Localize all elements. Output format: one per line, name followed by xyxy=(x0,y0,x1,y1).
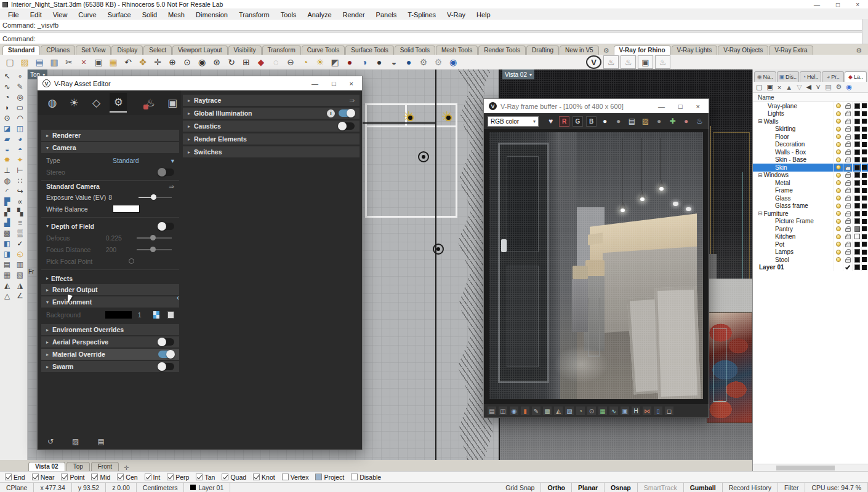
osnap-option[interactable]: Int xyxy=(145,474,161,481)
frame-buffer-tool-icon[interactable]: ⊙ xyxy=(587,407,596,415)
material-swatch[interactable] xyxy=(862,242,867,247)
toolbar-icon[interactable]: ↻ xyxy=(225,56,238,68)
lock-icon[interactable] xyxy=(845,197,851,201)
tool-icon[interactable]: ◧ xyxy=(1,238,14,248)
menu-item[interactable]: Help xyxy=(471,10,496,19)
focus-distance-value[interactable]: 200 xyxy=(106,246,134,253)
menu-item[interactable]: File xyxy=(2,10,25,19)
toolbar-tab[interactable]: Drafting xyxy=(526,46,559,55)
dof-toggle[interactable] xyxy=(158,223,174,230)
chevron-down-icon[interactable]: ▾ xyxy=(529,72,532,77)
section-render-output[interactable]: ▸Render Output xyxy=(41,284,179,295)
vray-toolbar-icon[interactable]: ▣ xyxy=(638,55,653,69)
status-toggle[interactable]: Grid Snap xyxy=(499,483,541,492)
frame-buffer-tool-icon[interactable]: ▦ xyxy=(598,407,607,415)
toolbar-tab[interactable]: Display xyxy=(111,46,143,55)
toolbar-icon[interactable]: ⊞ xyxy=(240,56,252,68)
bulb-icon[interactable] xyxy=(836,127,841,132)
frame-buffer-tool-icon[interactable]: ▨ xyxy=(565,407,574,415)
status-cell[interactable]: Centimeters xyxy=(137,483,185,492)
lock-icon[interactable] xyxy=(845,143,851,147)
materials-icon[interactable]: ◍ xyxy=(44,93,61,113)
material-swatch[interactable] xyxy=(862,234,867,239)
layer-color-swatch[interactable] xyxy=(854,188,860,193)
layer-color-swatch[interactable] xyxy=(854,264,860,270)
toolbar-icon[interactable]: ◩ xyxy=(329,56,341,68)
vray-toolbar-icon[interactable]: ♨ xyxy=(603,55,619,69)
toolbar-icon[interactable]: ▣ xyxy=(92,56,105,68)
tool-icon[interactable]: ◠ xyxy=(14,113,26,123)
bulb-icon[interactable] xyxy=(836,134,841,139)
osnap-checkbox[interactable] xyxy=(282,474,289,480)
expand-icon[interactable]: ⇒ xyxy=(349,97,355,104)
group-collapse-icon[interactable]: ⊟ xyxy=(758,172,763,178)
lock-icon[interactable] xyxy=(845,136,851,140)
material-swatch[interactable] xyxy=(862,127,867,132)
toolbar-icon[interactable]: ⚙ xyxy=(417,56,430,68)
section-environment[interactable]: ▾Environment xyxy=(41,296,179,308)
material-swatch[interactable] xyxy=(862,211,867,216)
tool-icon[interactable]: ▰ xyxy=(1,133,14,144)
status-cell[interactable]: x 477.34 xyxy=(34,483,71,492)
tool-icon[interactable]: ◎ xyxy=(14,92,26,102)
material-swatch[interactable] xyxy=(862,219,867,224)
viewport-tab[interactable]: Top xyxy=(66,462,90,471)
osnap-option[interactable]: Project xyxy=(315,474,344,481)
bulb-icon[interactable] xyxy=(836,188,841,193)
lock-icon[interactable] xyxy=(845,159,851,162)
osnap-option[interactable]: Knot xyxy=(253,474,275,481)
tool-icon[interactable]: ◓ xyxy=(14,144,26,154)
maximize-button[interactable]: □ xyxy=(836,1,840,8)
toolbar-icon[interactable]: ↶ xyxy=(122,56,134,68)
section-aerial-perspective[interactable]: ▸Aerial Perspective xyxy=(41,336,179,347)
vray-toolbar-icon[interactable]: V xyxy=(586,55,601,69)
frame-buffer-tool-icon[interactable]: ▤ xyxy=(488,407,496,415)
osnap-option[interactable]: Quad xyxy=(222,474,246,481)
layer-row[interactable]: Skin - Base xyxy=(753,156,868,164)
lock-icon[interactable] xyxy=(845,236,851,239)
toolbar-icon[interactable]: × xyxy=(78,56,90,68)
osnap-checkbox[interactable] xyxy=(315,474,322,480)
tool-icon[interactable]: ⊥ xyxy=(1,165,14,175)
close-button[interactable]: × xyxy=(350,80,353,87)
material-override-toggle[interactable] xyxy=(158,351,174,358)
layer-row[interactable]: Decoration xyxy=(753,141,868,149)
status-toggle[interactable]: Ortho xyxy=(541,483,572,492)
bulb-icon[interactable] xyxy=(836,157,841,162)
tool-icon[interactable]: ◕ xyxy=(14,133,26,144)
bulb-icon[interactable] xyxy=(836,111,841,116)
layer-row[interactable]: ⊟ Windows xyxy=(753,172,868,180)
maximize-button[interactable]: □ xyxy=(332,80,336,87)
bulb-icon[interactable] xyxy=(836,173,841,178)
effects-header[interactable]: ▸ Effects xyxy=(41,272,179,284)
lock-icon[interactable] xyxy=(845,167,851,170)
render-icon[interactable]: ♨ xyxy=(142,93,159,113)
menu-item[interactable]: View xyxy=(47,10,73,19)
osnap-option[interactable]: Disable xyxy=(351,474,381,481)
material-swatch[interactable] xyxy=(862,188,867,193)
layer-row[interactable]: Walls - Box xyxy=(753,148,868,156)
tool-icon[interactable]: ◍ xyxy=(1,175,14,186)
material-swatch[interactable] xyxy=(862,204,867,208)
tool-icon[interactable]: ↪ xyxy=(14,186,26,196)
expand-icon[interactable]: ⇒ xyxy=(169,183,174,190)
frame-buffer-tool-icon[interactable]: ▯ xyxy=(654,407,662,415)
tool-icon[interactable]: ∠ xyxy=(14,290,26,301)
asset-editor-title-bar[interactable]: V V-Ray Asset Editor — □ × xyxy=(38,76,362,90)
footer-icon[interactable]: ▤ xyxy=(97,437,104,446)
osnap-option[interactable]: Perp xyxy=(167,474,189,481)
tool-icon[interactable]: ▭ xyxy=(14,102,26,113)
material-swatch[interactable] xyxy=(862,265,867,270)
close-button[interactable]: × xyxy=(856,1,859,8)
command-scrollbar[interactable] xyxy=(862,19,868,44)
frame-buffer-tool-icon[interactable]: ◉ xyxy=(510,407,518,415)
layer-tool-icon[interactable]: ⚙ xyxy=(836,83,842,91)
menu-item[interactable]: Render xyxy=(337,10,371,19)
layer-color-swatch[interactable] xyxy=(854,149,860,155)
tool-icon[interactable]: ◗ xyxy=(1,102,14,113)
frame-buffer-icon[interactable]: ● xyxy=(681,116,691,127)
focus-distance-slider[interactable] xyxy=(137,249,172,250)
layer-row[interactable]: Kitchen xyxy=(753,233,868,241)
menu-item[interactable]: T-Splines xyxy=(402,10,441,19)
frame-buffer-icon[interactable]: G xyxy=(573,116,583,127)
